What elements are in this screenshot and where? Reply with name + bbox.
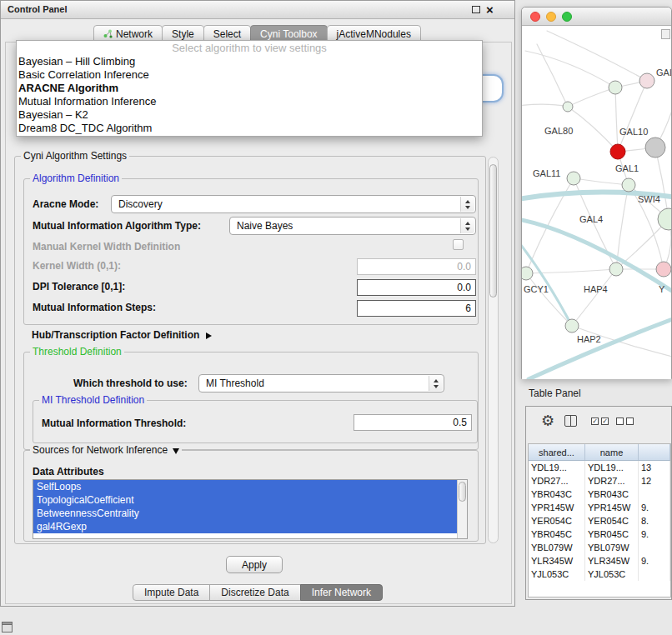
algorithm-dropdown-list: Bayesian – Hill ClimbingBasic Correlatio… — [17, 55, 482, 135]
table-row[interactable]: YLR345WYLR345W9. — [529, 554, 670, 568]
data-attributes-listbox[interactable]: SelfLoopsTopologicalCoefficientBetweenne… — [33, 479, 468, 539]
panel-corner-icon[interactable] — [2, 622, 13, 632]
scrollbar-stub[interactable] — [661, 29, 670, 39]
settings-group-title: Cyni Algorithm Settings — [21, 150, 129, 162]
network-edge[interactable] — [615, 88, 618, 152]
settings-scrollbar-thumb[interactable] — [489, 164, 497, 298]
table-row[interactable]: YJL053CYJL053C — [529, 568, 670, 581]
algorithm-option-mutual-information-inference[interactable]: Mutual Information Inference — [17, 95, 482, 108]
table-row[interactable]: YBR045CYBR045C9. — [529, 528, 670, 541]
manual-kernel-checkbox[interactable] — [453, 239, 464, 250]
network-node-green-7[interactable] — [522, 267, 533, 280]
bottom-tab-impute-data[interactable]: Impute Data — [133, 584, 210, 601]
mi-threshold-input[interactable]: 0.5 — [354, 414, 472, 431]
zoom-traffic-light-icon[interactable] — [562, 12, 572, 22]
kernel-width-input[interactable]: 0.0 — [357, 258, 476, 275]
network-window-titlebar[interactable] — [522, 8, 671, 26]
dpi-tolerance-label: DPI Tolerance [0,1]: — [33, 281, 125, 292]
collapsed-arrow-icon — [206, 332, 212, 339]
network-node-green-8[interactable] — [565, 319, 579, 332]
aracne-mode-value: Discovery — [118, 198, 163, 210]
attribute-gal4rgexp[interactable]: gal4RGexp — [33, 520, 457, 533]
column-header-extra[interactable] — [639, 444, 670, 460]
attribute-betweennesscentrality[interactable]: BetweennessCentrality — [33, 507, 457, 520]
node-label-gal11: GAL11 — [533, 168, 560, 178]
network-node-green-2[interactable] — [563, 102, 573, 112]
which-threshold-value: MI Threshold — [206, 378, 264, 389]
bottom-tabs: Impute DataDiscretize DataInfer Network — [1, 584, 514, 601]
algorithm-option-bayesian-k2[interactable]: Bayesian – K2 — [17, 108, 482, 122]
show-columns-icon[interactable] — [564, 415, 577, 427]
network-edge-highlighted[interactable] — [522, 241, 572, 326]
scrollbar-thumb[interactable] — [459, 482, 466, 502]
aracne-mode-select[interactable]: Discovery — [111, 195, 476, 213]
algorithm-option-dream8-dc-tdc-algorithm[interactable]: Dream8 DC_TDC Algorithm — [17, 122, 482, 135]
bottom-tab-discretize-data[interactable]: Discretize Data — [209, 584, 300, 601]
attribute-selfloops[interactable]: SelfLoops — [33, 480, 457, 493]
network-node-green-1[interactable] — [609, 81, 622, 94]
table-cell: YBR045C — [585, 528, 639, 541]
bottom-tab-infer-network[interactable]: Infer Network — [300, 584, 383, 601]
network-edge[interactable] — [537, 44, 568, 107]
network-canvas[interactable]: GALGAL80GAL10GAL11GAL1SWI4GAL4GCY1HAP4YH… — [522, 26, 671, 379]
table-row[interactable]: YDR27...YDR27...12 — [529, 474, 670, 488]
algorithm-option-basic-correlation-inference[interactable]: Basic Correlation Inference — [17, 68, 482, 82]
network-node-pink-top[interactable] — [639, 73, 654, 88]
hub-definition-label: Hub/Transcription Factor Definition — [32, 329, 199, 341]
column-header-shared[interactable]: shared... — [529, 444, 585, 460]
select-all-columns-icon[interactable]: ✓✓ — [591, 418, 609, 425]
network-node-pink-2[interactable] — [656, 262, 671, 277]
control-panel-title: Control Panel — [8, 4, 68, 14]
close-traffic-light-icon[interactable] — [530, 12, 540, 22]
node-label-gal80: GAL80 — [544, 126, 573, 136]
apply-button[interactable]: Apply — [226, 556, 283, 573]
kernel-width-label: Kernel Width (0,1): — [33, 260, 121, 272]
network-node-green-4[interactable] — [622, 178, 635, 192]
attribute-topologicalcoefficient[interactable]: TopologicalCoefficient — [33, 493, 457, 507]
gear-icon[interactable]: ⚙ — [541, 412, 554, 430]
network-edge[interactable] — [526, 273, 572, 326]
table-cell: YLR345W — [529, 554, 585, 568]
mi-steps-input[interactable]: 6 — [357, 300, 476, 317]
network-node-red-gal10[interactable] — [610, 144, 625, 159]
which-threshold-select[interactable]: MI Threshold — [198, 374, 444, 392]
table-row[interactable]: YBL079WYBL079W — [529, 541, 670, 554]
control-panel-titlebar[interactable]: Control Panel × — [1, 1, 514, 19]
node-label-gal: GAL — [656, 68, 671, 78]
network-edge[interactable] — [568, 88, 615, 107]
sources-expander[interactable]: Sources for Network Inference — [30, 444, 182, 456]
dpi-tolerance-input[interactable]: 0.0 — [357, 279, 476, 296]
network-edge-highlighted[interactable] — [529, 318, 671, 379]
threshold-definition-group: Threshold Definition Which threshold to … — [23, 352, 479, 450]
network-edge[interactable] — [525, 51, 615, 88]
network-edge[interactable] — [618, 81, 647, 152]
settings-scrollbar[interactable] — [488, 157, 499, 543]
mi-type-label: Mutual Information Algorithm Type: — [33, 220, 201, 232]
algorithm-definition-title: Algorithm Definition — [30, 172, 122, 184]
table-cell: YER054C — [585, 514, 639, 528]
close-icon[interactable]: × — [486, 2, 494, 18]
network-edge[interactable] — [522, 104, 568, 107]
table-row[interactable]: YBR043CYBR043C — [529, 488, 670, 501]
mi-type-select[interactable]: Naive Bayes — [229, 217, 476, 235]
network-node-green-6[interactable] — [609, 262, 623, 276]
network-node-gray-hub[interactable] — [645, 138, 665, 158]
float-window-icon[interactable] — [472, 6, 480, 13]
threshold-definition-title: Threshold Definition — [30, 346, 124, 358]
table-row[interactable]: YDL19...YDL19...13 — [529, 461, 670, 474]
deselect-all-columns-icon[interactable] — [616, 418, 634, 425]
algorithm-option-aracne-algorithm[interactable]: ARACNE Algorithm — [17, 82, 482, 95]
network-edge[interactable] — [574, 178, 629, 185]
hub-definition-expander[interactable]: Hub/Transcription Factor Definition — [32, 329, 212, 341]
minimize-traffic-light-icon[interactable] — [546, 12, 556, 22]
table-row[interactable]: YPR145WYPR145W9. — [529, 501, 670, 514]
network-edge[interactable] — [572, 269, 616, 326]
algorithm-option-bayesian-hill-climbing[interactable]: Bayesian – Hill Climbing — [17, 55, 482, 68]
network-edge[interactable] — [547, 31, 647, 81]
algorithm-dropdown-popup: Select algorithm to view settings Bayesi… — [16, 40, 483, 137]
attributes-scrollbar[interactable] — [457, 480, 467, 538]
network-node-green-3[interactable] — [567, 172, 580, 185]
column-header-name[interactable]: name — [585, 444, 639, 460]
table-row[interactable]: YER054CYER054C8. — [529, 514, 670, 528]
network-edge[interactable] — [568, 107, 618, 152]
